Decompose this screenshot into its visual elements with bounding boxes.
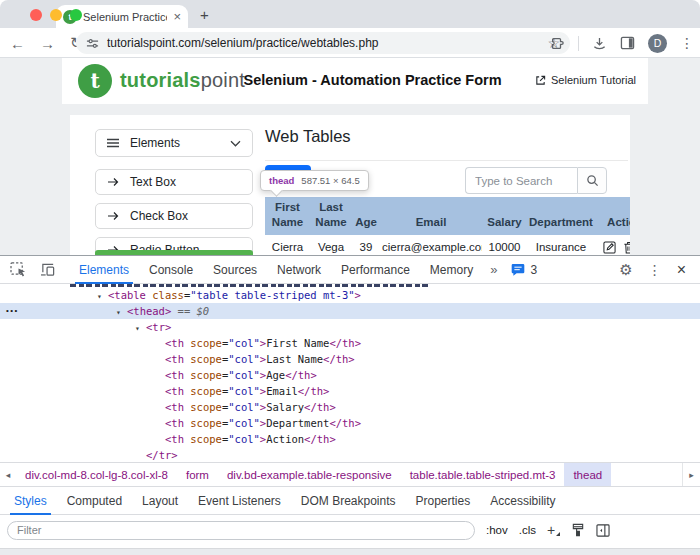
elements-accordion-header[interactable]: Elements (95, 129, 253, 157)
panel-tab-styles[interactable]: Styles (4, 487, 57, 515)
window-close-button[interactable] (30, 9, 42, 21)
tooltip-tag-name: thead (269, 175, 294, 186)
external-link-icon (535, 75, 546, 86)
toggle-sidebar-icon[interactable] (596, 524, 610, 537)
new-tab-button[interactable]: + (200, 6, 209, 23)
breadcrumb-item[interactable]: form (177, 463, 218, 486)
site-settings-icon[interactable] (86, 37, 99, 50)
back-icon[interactable]: ← (10, 35, 25, 52)
devtools-settings-icon[interactable]: ⚙ (619, 261, 632, 279)
code-token: class (146, 289, 184, 301)
search-input[interactable] (465, 167, 577, 194)
window-zoom-button[interactable] (70, 9, 82, 21)
code-token: "table table-striped mt-3" (190, 289, 354, 301)
window-minimize-button[interactable] (50, 9, 62, 21)
devtools-tab-performance[interactable]: Performance (331, 256, 420, 284)
selenium-tutorial-link[interactable]: Selenium Tutorial (535, 74, 636, 86)
browser-menu-icon[interactable]: ⋮ (680, 35, 694, 51)
breadcrumb-next-icon[interactable]: ▸ (682, 463, 700, 486)
code-token: "col" (228, 401, 260, 413)
devtools-tab-memory[interactable]: Memory (420, 256, 483, 284)
more-tabs-chevron[interactable]: » (483, 262, 504, 277)
table-row[interactable]: CierraVega39cierra@example.com10000Insur… (265, 235, 630, 255)
downloads-icon[interactable] (592, 36, 607, 51)
styles-tabbar: StylesComputedLayoutEvent ListenersDOM B… (0, 487, 700, 515)
code-line[interactable]: •••▾<thead> == $0 (0, 303, 700, 319)
tutorialspoint-logo[interactable]: t (78, 64, 112, 98)
breadcrumb-prev-icon[interactable]: ◂ (0, 463, 16, 486)
code-token: </th> (304, 433, 336, 445)
panel-tab-event-listeners[interactable]: Event Listeners (188, 487, 291, 515)
panel-tab-layout[interactable]: Layout (132, 487, 188, 515)
table-cell: 39 (352, 235, 380, 255)
search-group (465, 167, 607, 194)
panel-tab-accessibility[interactable]: Accessibility (480, 487, 565, 515)
device-toolbar-icon[interactable] (40, 262, 56, 277)
devtools-tab-network[interactable]: Network (267, 256, 331, 284)
new-style-rule-button[interactable]: + (547, 522, 560, 538)
brand-wordmark[interactable]: tutorialspoint (120, 69, 245, 92)
devtools-tab-elements[interactable]: Elements (69, 256, 139, 284)
delete-icon[interactable] (623, 241, 630, 254)
code-line[interactable]: ▾<tr> (0, 319, 700, 335)
sidebar-item-label: Text Box (130, 175, 176, 189)
rendering-emulations-icon[interactable] (571, 523, 585, 537)
code-token: "col" (228, 337, 260, 349)
tab-close-icon[interactable]: × (173, 10, 181, 23)
code-line[interactable]: ▾<table class="table table-striped mt-3"… (0, 287, 700, 303)
code-line[interactable]: </tr> (0, 447, 700, 462)
extensions-icon[interactable] (550, 36, 565, 51)
breadcrumb-item[interactable]: thead (564, 463, 611, 486)
code-token: Email (266, 385, 298, 397)
toggle-class-button[interactable]: .cls (519, 524, 536, 536)
code-line[interactable]: <th scope="col">Salary</th> (0, 399, 700, 415)
browser-window: t Selenium Practice - Web Tabl × + ← → ↻… (0, 0, 700, 555)
code-token: <table (108, 289, 146, 301)
inspect-element-icon[interactable] (10, 262, 27, 277)
styles-filter-input[interactable] (7, 521, 475, 540)
address-bar[interactable]: tutorialspoint.com/selenium/practice/web… (76, 32, 570, 54)
edit-icon[interactable] (603, 241, 616, 254)
code-token: <tr> (146, 321, 171, 333)
action-cell (595, 235, 630, 255)
breadcrumb-item[interactable]: table.table.table-striped.mt-3 (401, 463, 565, 486)
right-arrow-icon (107, 211, 119, 221)
messages-indicator[interactable]: 3 (504, 263, 544, 277)
search-button[interactable] (577, 167, 607, 194)
toolbar-divider (578, 36, 579, 51)
devtools-breadcrumb: ◂ div.col-md-8.col-lg-8.col-xl-8formdiv.… (0, 462, 700, 487)
url-text[interactable]: tutorialspoint.com/selenium/practice/web… (107, 36, 539, 50)
toggle-hover-state-button[interactable]: :hov (486, 524, 508, 536)
devtools-close-icon[interactable]: × (677, 261, 686, 279)
breadcrumb-item[interactable]: div.col-md-8.col-lg-8.col-xl-8 (16, 463, 177, 486)
code-line[interactable]: <th scope="col">Last Name</th> (0, 351, 700, 367)
panel-tab-properties[interactable]: Properties (406, 487, 481, 515)
panel-tab-dom-breakpoints[interactable]: DOM Breakpoints (291, 487, 406, 515)
devtools-menu-icon[interactable]: ⋮ (648, 262, 662, 278)
devtools-tab-sources[interactable]: Sources (203, 256, 267, 284)
code-line[interactable]: <th scope="col">Action</th> (0, 431, 700, 447)
forward-icon[interactable]: → (40, 35, 55, 52)
sidebar-item-text-box[interactable]: Text Box (95, 169, 253, 195)
panel-tab-computed[interactable]: Computed (57, 487, 132, 515)
column-header: Action (595, 197, 630, 235)
profile-avatar[interactable]: D (648, 34, 667, 53)
sidebar-item-check-box[interactable]: Check Box (95, 203, 253, 229)
gutter-dots-icon: ••• (6, 303, 19, 319)
table-cell: Cierra (265, 235, 310, 255)
code-token: <th (165, 385, 184, 397)
devtools-tab-console[interactable]: Console (139, 256, 203, 284)
breadcrumb-item[interactable]: div.bd-example.table-responsive (218, 463, 401, 486)
indent-spacer (135, 449, 146, 462)
code-line[interactable]: <th scope="col">Age</th> (0, 367, 700, 383)
code-token: <th (165, 353, 184, 365)
side-panel-icon[interactable] (620, 36, 635, 50)
tab-title: Selenium Practice - Web Tabl (83, 11, 167, 23)
code-line[interactable]: <th scope="col">Department</th> (0, 415, 700, 431)
code-token: <th (165, 369, 184, 381)
column-header: Email (380, 197, 482, 235)
code-line[interactable]: <th scope="col">Email</th> (0, 383, 700, 399)
code-line[interactable]: <th scope="col">First Name</th> (0, 335, 700, 351)
inspect-dimension-tooltip: thead 587.51 × 64.5 (260, 170, 369, 191)
devtools-tabbar: ElementsConsoleSourcesNetworkPerformance… (0, 256, 700, 284)
